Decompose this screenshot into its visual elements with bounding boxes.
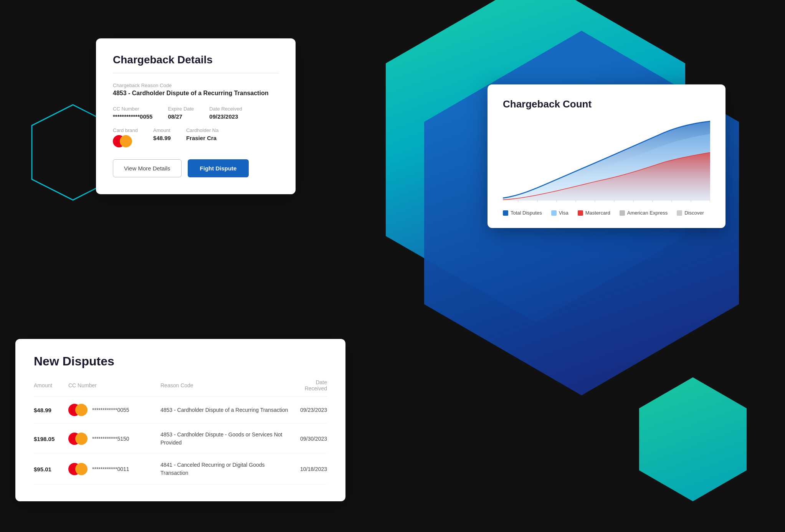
reason-code-value: 4853 - Cardholder Dispute of a Recurring… — [113, 90, 279, 97]
dispute-amount: $198.05 — [34, 424, 68, 454]
legend-label-mastercard: Mastercard — [585, 210, 610, 216]
legend-discover: Discover — [677, 210, 704, 216]
cc-number-text: ************0011 — [92, 466, 129, 472]
legend-label-discover: Discover — [684, 210, 704, 216]
table-row: $48.99************00554853 - Cardholder … — [34, 397, 327, 424]
col-amount: Amount — [34, 379, 68, 397]
cc-number-value: ************0055 — [113, 113, 152, 120]
dispute-reason: 4841 - Canceled Recurring or Digital Goo… — [160, 454, 293, 484]
dispute-reason: 4853 - Cardholder Dispute - Goods or Ser… — [160, 424, 293, 454]
col-date-received: Date Received — [293, 379, 327, 397]
mastercard-icon — [113, 135, 133, 148]
table-row: $198.05************51504853 - Cardholder… — [34, 424, 327, 454]
dispute-amount: $48.99 — [34, 397, 68, 424]
dispute-cc: ************0011 — [68, 454, 160, 484]
new-disputes-title: New Disputes — [34, 354, 327, 368]
expire-date-value: 08/27 — [168, 113, 194, 120]
dispute-reason: 4853 - Cardholder Dispute of a Recurring… — [160, 397, 293, 424]
new-disputes-card: New Disputes Amount CC Number Reason Cod… — [15, 339, 345, 501]
view-more-details-button[interactable]: View More Details — [113, 159, 182, 177]
card-brand-label: Card brand — [113, 127, 138, 133]
legend-dot-mastercard — [578, 210, 583, 216]
dispute-date: 09/30/2023 — [293, 424, 327, 454]
legend-label-visa: Visa — [559, 210, 569, 216]
legend-visa: Visa — [551, 210, 569, 216]
date-received-value: 09/23/2023 — [209, 113, 242, 120]
dispute-amount: $95.01 — [34, 454, 68, 484]
legend-dot-visa — [551, 210, 557, 216]
dispute-cc: ************0055 — [68, 397, 160, 424]
mastercard-icon — [68, 463, 88, 476]
legend-dot-discover — [677, 210, 682, 216]
reason-code-label: Chargeback Reason Code — [113, 83, 279, 88]
col-reason-code: Reason Code — [160, 379, 293, 397]
legend-label-amex: American Express — [627, 210, 668, 216]
amount-label: Amount — [153, 127, 171, 133]
mastercard-icon — [68, 403, 88, 416]
chargeback-count-chart — [503, 118, 710, 202]
chargeback-details-title: Chargeback Details — [113, 54, 279, 66]
chart-legend: Total Disputes Visa Mastercard American … — [503, 210, 710, 216]
col-cc-number: CC Number — [68, 379, 160, 397]
legend-mastercard: Mastercard — [578, 210, 610, 216]
legend-label-total-disputes: Total Disputes — [511, 210, 542, 216]
chargeback-count-card: Chargeback Count — [488, 84, 726, 228]
dispute-cc: ************5150 — [68, 424, 160, 454]
expire-date-label: Expire Date — [168, 106, 194, 112]
fight-dispute-button[interactable]: Fight Dispute — [188, 159, 249, 177]
chargeback-details-card: Chargeback Details Chargeback Reason Cod… — [96, 38, 296, 194]
table-row: $95.01************00114841 - Canceled Re… — [34, 454, 327, 484]
dispute-date: 09/23/2023 — [293, 397, 327, 424]
legend-total-disputes: Total Disputes — [503, 210, 542, 216]
chargeback-count-title: Chargeback Count — [503, 98, 710, 110]
amount-value: $48.99 — [153, 135, 171, 141]
cardholder-value: Frasier Cra — [186, 135, 219, 141]
legend-dot-blue — [503, 210, 508, 216]
dispute-date: 10/18/2023 — [293, 454, 327, 484]
legend-amex: American Express — [620, 210, 668, 216]
disputes-table: Amount CC Number Reason Code Date Receiv… — [34, 379, 327, 484]
mastercard-icon — [68, 432, 88, 445]
cc-number-label: CC Number — [113, 106, 152, 112]
cardholder-label: Cardholder Na — [186, 127, 219, 133]
legend-dot-amex — [620, 210, 625, 216]
date-received-label: Date Received — [209, 106, 242, 112]
cc-number-text: ************0055 — [92, 407, 129, 413]
cc-number-text: ************5150 — [92, 436, 129, 442]
